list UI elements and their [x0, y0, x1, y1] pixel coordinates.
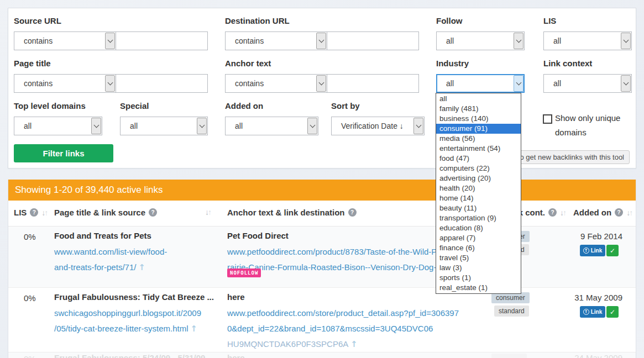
chevron-down-icon[interactable]: [197, 118, 207, 134]
anchor-text-operator-value: contains: [235, 79, 264, 88]
industry-option[interactable]: sports (1): [436, 273, 521, 283]
chevron-down-icon[interactable]: [413, 118, 423, 134]
lis-select[interactable]: all: [543, 31, 632, 50]
industry-option[interactable]: education (8): [436, 223, 521, 233]
industry-option[interactable]: beauty (11): [436, 203, 521, 213]
added-on-value: all: [235, 122, 243, 130]
unique-domains-label[interactable]: Show only unique domains: [555, 111, 628, 140]
external-link-icon[interactable]: ↑: [350, 339, 358, 349]
external-link-icon[interactable]: ↑: [138, 262, 145, 272]
results-summary: Showing 1-20 of 39,440 active links: [15, 180, 163, 201]
anchor-text-operator-select[interactable]: contains: [225, 74, 327, 93]
page-title-input[interactable]: [116, 74, 208, 93]
help-icon[interactable]: ?: [149, 208, 157, 217]
chevron-down-icon[interactable]: [316, 33, 326, 49]
unique-domains-checkbox[interactable]: [543, 114, 552, 124]
top-level-domains-select[interactable]: all: [14, 117, 102, 135]
source-url-operator-select[interactable]: contains: [14, 31, 116, 50]
chevron-down-icon[interactable]: [514, 75, 523, 92]
added-on-date: 31 May 2009: [574, 293, 622, 302]
chevron-down-icon[interactable]: [621, 33, 631, 49]
added-on-date: 24 May 2009: [574, 353, 622, 358]
anchor-text-label: Anchor text: [225, 59, 271, 68]
share-link-button[interactable]: ↑ Link: [580, 245, 605, 256]
link-context-value: all: [553, 79, 561, 88]
industry-option[interactable]: entertainment (54): [436, 144, 521, 154]
sort-icon[interactable]: ↓↑: [626, 208, 632, 217]
chevron-down-icon[interactable]: [621, 75, 631, 92]
chevron-down-icon[interactable]: [105, 75, 115, 92]
sort-page-title[interactable]: ↓↑: [205, 208, 211, 217]
follow-select[interactable]: all: [436, 31, 525, 50]
special-value: all: [130, 122, 138, 130]
session-id-fragment: HU9MQNCTDAK6P0F3SPCP6A: [227, 339, 348, 349]
share-link-button[interactable]: ↑ Link: [580, 306, 605, 318]
source-url-link[interactable]: swchicagoshoppinggurl.blogspot.it/2009 /…: [54, 306, 201, 336]
industry-option[interactable]: travel (5): [436, 253, 521, 263]
destination-url-input[interactable]: [327, 31, 419, 50]
chevron-down-icon[interactable]: [307, 118, 317, 134]
industry-option[interactable]: consumer (91): [436, 124, 521, 134]
verified-check-button[interactable]: ✓: [606, 306, 619, 318]
anchor-text-input[interactable]: [327, 74, 419, 93]
chevron-down-icon[interactable]: [514, 33, 523, 49]
chevron-down-icon[interactable]: [105, 33, 115, 49]
lis-label: LIS: [543, 16, 556, 25]
external-link-icon[interactable]: ↑: [191, 324, 198, 334]
industry-option[interactable]: advertising (20): [436, 173, 521, 183]
source-url-link[interactable]: www.wantd.com/list-view/food- and-treats…: [54, 244, 167, 275]
column-label-added-on: Added on: [573, 208, 611, 217]
added-on-select[interactable]: all: [225, 117, 318, 135]
column-header-lis: LIS ? ↓↑: [14, 208, 47, 217]
destination-url-operator-select[interactable]: contains: [225, 31, 327, 50]
help-icon[interactable]: ?: [30, 208, 38, 217]
added-on-label: Added on: [225, 101, 263, 110]
industry-option[interactable]: business (140): [436, 114, 521, 124]
help-icon[interactable]: ?: [548, 208, 557, 217]
filter-links-button[interactable]: Filter links: [14, 144, 113, 162]
page-title: Frugal Fabulousness: 5/24/09 - 5/31/09: [54, 353, 205, 358]
destination-url-link[interactable]: www.petfooddirect.com/store/product_deta…: [227, 306, 459, 352]
industry-option[interactable]: media (56): [436, 134, 521, 144]
table-row: 0% Frugal Fabulousness: Tidy Cat Breeze …: [8, 287, 636, 352]
destination-url-link[interactable]: www.petfooddirect.com/product/8783/Taste…: [227, 244, 464, 275]
nofollow-badge: NOFOLLOW: [227, 268, 261, 277]
industry-option[interactable]: finance (6): [436, 243, 521, 253]
verified-check-button[interactable]: ✓: [606, 245, 619, 256]
lis-value: 0%: [24, 293, 36, 303]
industry-option[interactable]: health (20): [436, 183, 521, 193]
sort-icon[interactable]: ↓↑: [41, 208, 47, 217]
chevron-down-icon[interactable]: [91, 118, 101, 134]
lis-value: all: [553, 36, 561, 45]
source-url-operator-value: contains: [24, 36, 53, 45]
sort-icon[interactable]: ↓↑: [560, 208, 566, 217]
link-context-badge: standard: [494, 306, 529, 317]
top-level-domains-value: all: [24, 122, 32, 130]
industry-option[interactable]: apparel (7): [436, 233, 521, 243]
industry-option[interactable]: law (3): [436, 263, 521, 273]
link-context-select[interactable]: all: [543, 74, 632, 93]
special-select[interactable]: all: [120, 117, 208, 135]
industry-option[interactable]: computers (22): [436, 164, 521, 173]
industry-option[interactable]: food (47): [436, 154, 521, 164]
industry-option[interactable]: all: [436, 94, 521, 104]
link-context-label: Link context: [543, 59, 592, 68]
sort-by-label: Sort by: [331, 101, 360, 110]
column-header-page-title: Page title & link source ?: [54, 208, 157, 217]
page-title-operator-select[interactable]: contains: [14, 74, 116, 93]
help-icon[interactable]: ?: [615, 208, 623, 217]
sort-icon[interactable]: ↓↑: [205, 208, 211, 217]
page-title-label: Page title: [14, 59, 51, 68]
destination-url-operator-value: contains: [235, 36, 264, 45]
help-icon[interactable]: ?: [348, 208, 357, 217]
source-url-input[interactable]: [116, 31, 208, 50]
industry-option[interactable]: real_estate (1): [436, 283, 521, 293]
industry-option[interactable]: home (14): [436, 193, 521, 203]
industry-badge: consumer: [491, 292, 530, 303]
special-label: Special: [120, 101, 149, 110]
sort-by-select[interactable]: Verification Date ↓: [331, 117, 425, 135]
chevron-down-icon[interactable]: [316, 75, 326, 92]
industry-option[interactable]: transportation (9): [436, 213, 521, 223]
industry-option[interactable]: family (481): [436, 104, 521, 114]
industry-select[interactable]: all: [436, 74, 525, 93]
